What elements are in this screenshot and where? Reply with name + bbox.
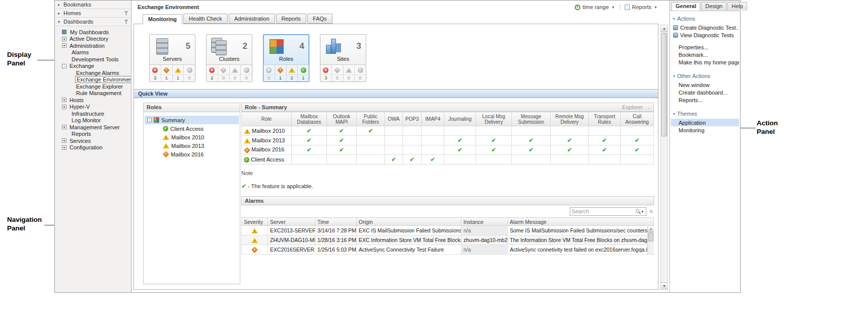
tab-faqs[interactable]: FAQs (307, 14, 332, 24)
status-cell-fatal[interactable]: 0 (263, 65, 275, 82)
nav-item-exchange-environment[interactable]: Exchange Environment (55, 76, 131, 84)
alarm-row[interactable]: EXC2016SERVER1/25/16 5:03 PMActiveSync C… (242, 245, 654, 255)
status-cell-warning[interactable]: 0 (229, 65, 241, 82)
tile-clusters[interactable]: 2Clusters2000 (206, 34, 252, 82)
status-cell-normal[interactable]: 1 (297, 65, 309, 82)
status-cell-critical[interactable]: 0 (218, 65, 229, 82)
action-item-create-diagnostic-test[interactable]: Create Diagnostic Test... (671, 24, 739, 31)
summary-row-mailbox-2013[interactable]: Mailbox 2013✔✔✔✔✔✔✔✔ (242, 136, 654, 145)
status-cell-normal[interactable]: 0 (240, 65, 252, 82)
nav-item-management-server[interactable]: +Management Server (55, 124, 131, 131)
nav-item-exchange-explorer[interactable]: Exchange Explorer (55, 83, 131, 90)
expand-icon[interactable]: + (62, 43, 66, 48)
nav-item-log-monitor[interactable]: Log Monitor (55, 117, 131, 124)
column-header-alarm-message[interactable]: Alarm Message (508, 218, 654, 226)
nav-item-active-directory[interactable]: +Active Directory (55, 36, 131, 43)
role-item-mailbox-2013[interactable]: Mailbox 2013 (145, 141, 239, 150)
tab-reports[interactable]: Reports (276, 14, 307, 24)
chevron-down-icon[interactable]: ▼ (641, 210, 644, 213)
scroll-thumb[interactable] (661, 33, 667, 136)
column-header-server[interactable]: Server (268, 218, 315, 226)
open-explorer-icon[interactable]: → (645, 103, 650, 112)
role-item-client-access[interactable]: Client Access (145, 124, 239, 133)
collapse-icon[interactable]: - (147, 118, 152, 122)
status-cell-normal[interactable]: 0 (354, 65, 366, 82)
scroll-down-icon[interactable]: ▼ (661, 282, 667, 289)
status-cell-warning[interactable]: 0 (343, 65, 355, 82)
section-header-actions[interactable]: ▾Actions (671, 13, 739, 24)
status-cell-normal[interactable]: 0 (183, 65, 195, 82)
alarms-search-input[interactable] (572, 208, 635, 214)
time-range-label[interactable]: time range (583, 4, 609, 10)
summary-row-mailbox-2016[interactable]: Mailbox 2016✔✔✔✔✔✔✔✔ (242, 145, 654, 155)
nav-item-exchange[interactable]: -Exchange (55, 63, 131, 70)
scroll-up-icon[interactable]: ▲ (648, 226, 654, 232)
expand-icon[interactable]: + (62, 105, 66, 109)
nav-item-services[interactable]: +Services (55, 137, 131, 144)
nav-section-bookmarks[interactable]: ▸Bookmarks (55, 1, 131, 9)
filter-icon[interactable] (124, 11, 128, 16)
status-cell-fatal[interactable]: 3 (320, 65, 331, 82)
tile-roles[interactable]: 4Roles0121 (263, 34, 309, 82)
role-item-mailbox-2010[interactable]: Mailbox 2010 (145, 133, 239, 141)
column-header-time[interactable]: Time (315, 218, 357, 226)
action-item-application[interactable]: Application (671, 119, 739, 126)
tab-monitoring[interactable]: Monitoring (143, 14, 182, 24)
expand-icon[interactable]: + (62, 98, 66, 102)
status-cell-critical[interactable]: 1 (275, 65, 286, 82)
action-tab-general[interactable]: General (672, 2, 700, 11)
section-header-other-actions[interactable]: ▾Other Actions (671, 70, 739, 81)
nav-item-hosts[interactable]: +Hosts (55, 97, 131, 104)
nav-section-dashboards[interactable]: ▾Dashboards (55, 18, 131, 26)
alarms-scrollbar[interactable]: ▲ (647, 226, 654, 254)
expand-icon[interactable]: + (62, 125, 66, 129)
column-header-severity[interactable]: Severity (242, 218, 268, 226)
main-scrollbar[interactable]: ▲ ▼ (660, 25, 668, 290)
action-item-reports[interactable]: Reports... (671, 96, 739, 104)
scroll-up-icon[interactable]: ▲ (661, 25, 667, 32)
search-icon[interactable] (635, 209, 641, 214)
action-tab-design[interactable]: Design (701, 2, 726, 11)
chevron-down-icon[interactable]: ▼ (654, 6, 657, 9)
nav-item-alarms[interactable]: Alarms (55, 49, 131, 56)
reports-menu-label[interactable]: Reports (632, 4, 652, 10)
nav-item-configuration[interactable]: +Configuration (55, 144, 131, 151)
status-cell-critical[interactable]: 1 (161, 65, 172, 82)
explorer-link[interactable]: Explorer (622, 103, 643, 112)
nav-item-reports[interactable]: Reports (55, 131, 131, 138)
nav-item-exchange-alarms[interactable]: Exchange Alarms (55, 69, 131, 76)
tab-administration[interactable]: Administration (229, 14, 275, 24)
scroll-thumb[interactable] (648, 232, 653, 242)
action-item-new-window[interactable]: New window (671, 81, 739, 89)
chevron-down-icon[interactable]: ▼ (612, 6, 615, 9)
action-item-bookmark[interactable]: Bookmark... (671, 51, 739, 58)
action-item-create-dashboard[interactable]: Create dashboard... (671, 89, 739, 96)
nav-item-hyper-v[interactable]: +Hyper-V (55, 104, 131, 111)
nav-item-rule-management[interactable]: Rule Management (55, 90, 131, 97)
expand-icon[interactable]: + (62, 37, 66, 41)
action-item-monitoring[interactable]: Monitoring (671, 126, 739, 134)
column-header-origin[interactable]: Origin (357, 218, 461, 226)
status-cell-warning[interactable]: 2 (286, 65, 298, 82)
status-cell-critical[interactable]: 0 (331, 65, 343, 82)
tile-servers[interactable]: 5Servers3110 (149, 34, 195, 82)
expand-icon[interactable]: + (62, 138, 66, 143)
status-cell-warning[interactable]: 1 (172, 65, 184, 82)
summary-row-mailbox-2010[interactable]: Mailbox 2010✔✔✔ (242, 126, 654, 136)
filter-icon[interactable] (124, 20, 128, 24)
status-cell-fatal[interactable]: 3 (150, 65, 161, 82)
role-item-mailbox-2016[interactable]: Mailbox 2016 (145, 150, 239, 158)
summary-row-client-access[interactable]: Client Access✔✔✔ (242, 155, 654, 165)
action-tab-help[interactable]: Help (727, 2, 747, 11)
status-cell-fatal[interactable]: 2 (207, 65, 218, 82)
nav-item-development-tools[interactable]: Development Tools (55, 56, 131, 63)
alarm-row[interactable]: EXC2013-SERVER3/14/16 7:28 PMEXC IS Mail… (242, 226, 654, 235)
expand-icon[interactable]: + (62, 145, 66, 150)
role-item-summary[interactable]: -Summary (145, 116, 239, 124)
section-header-themes[interactable]: ▾Themes (671, 108, 739, 119)
action-item-make-this-my-home-page[interactable]: Make this my home page (671, 58, 739, 66)
nav-item-my-dashboards[interactable]: My Dashboards (55, 29, 131, 36)
column-header-instance[interactable]: Instance (461, 218, 508, 226)
alarm-row[interactable]: ZHUVM-DAG10-MB21/28/16 3:16 PMEXC Inform… (242, 235, 654, 245)
nav-item-infrastructure[interactable]: Infrastructure (55, 110, 131, 117)
